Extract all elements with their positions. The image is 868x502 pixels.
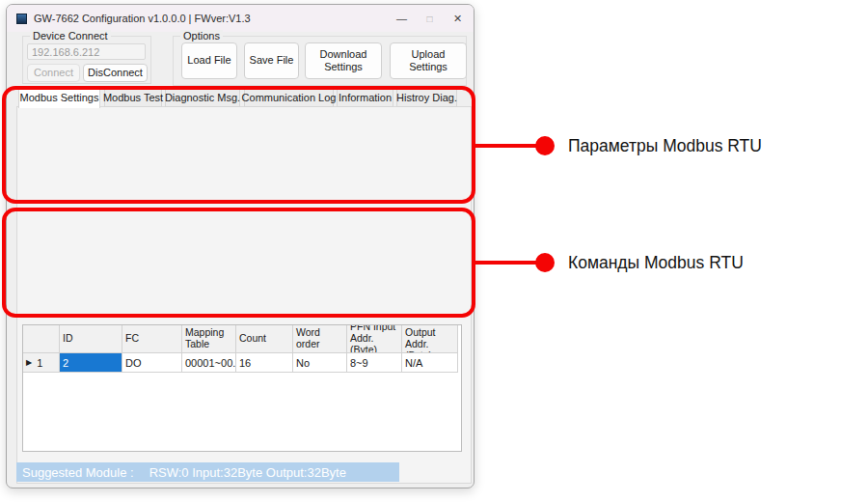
upload-settings-button[interactable]: Upload Settings <box>390 42 467 79</box>
load-file-button[interactable]: Load File <box>181 42 237 79</box>
close-icon[interactable]: ✕ <box>444 5 472 32</box>
callout-dot-commands <box>535 253 555 272</box>
cell-count[interactable]: 16 <box>236 353 293 373</box>
app-icon <box>16 14 27 24</box>
annotation-parameters-modbus-rtu: Параметры Modbus RTU <box>568 136 762 155</box>
header-pfn-output: PFN Output Addr.(Byte) <box>402 325 458 353</box>
cell-pfn-input[interactable]: 8~9 <box>347 353 402 373</box>
highlight-rect-parameters <box>2 86 475 204</box>
header-id: ID <box>60 325 122 353</box>
connect-button: Connect <box>27 64 80 82</box>
minimize-icon[interactable]: — <box>388 5 416 32</box>
row-selector-cell[interactable]: ▶1 <box>23 353 60 373</box>
cell-id[interactable]: 2 <box>60 353 122 373</box>
cell-word-order[interactable]: No <box>293 353 347 373</box>
cell-pfn-output[interactable]: N/A <box>402 353 458 373</box>
cell-fc[interactable]: DO <box>122 353 182 373</box>
ip-address-field: 192.168.6.212 <box>27 43 146 60</box>
callout-dot-parameters <box>535 136 555 155</box>
options-legend: Options <box>180 30 223 42</box>
annotation-commands-modbus-rtu: Команды Modbus RTU <box>568 253 744 272</box>
row-marker-icon: ▶ <box>26 358 32 367</box>
suggested-module-bar: Suggested Module : RSW:0 Input:32Byte Ou… <box>16 462 399 482</box>
suggested-module-label: Suggested Module : <box>22 465 134 480</box>
suggested-module-value: RSW:0 Input:32Byte Output:32Byte <box>149 465 346 480</box>
download-settings-button[interactable]: Download Settings <box>305 42 382 79</box>
device-connect-legend: Device Connect <box>30 30 111 42</box>
cell-mapping[interactable]: 00001~00... <box>182 353 236 373</box>
header-mapping-table: Mapping Table <box>182 325 236 353</box>
header-row-selector <box>23 325 60 353</box>
command-table: ID FC Mapping Table Count Word order PFN… <box>22 324 462 452</box>
disconnect-button[interactable]: DisConnect <box>83 64 148 82</box>
header-fc: FC <box>122 325 182 353</box>
header-count: Count <box>236 325 293 353</box>
save-file-button[interactable]: Save File <box>244 42 299 79</box>
maximize-icon[interactable]: □ <box>416 5 444 32</box>
table-header-row: ID FC Mapping Table Count Word order PFN… <box>23 325 461 353</box>
header-word-order: Word order <box>293 325 347 353</box>
highlight-rect-commands <box>2 208 475 318</box>
table-row[interactable]: ▶1 2 DO 00001~00... 16 No 8~9 N/A <box>23 353 461 373</box>
header-pfn-input: PFN Input Addr.(Byte) <box>347 325 402 353</box>
window-title: GW-7662 Configuration v1.0.0.0 | FWver:V… <box>34 13 251 24</box>
